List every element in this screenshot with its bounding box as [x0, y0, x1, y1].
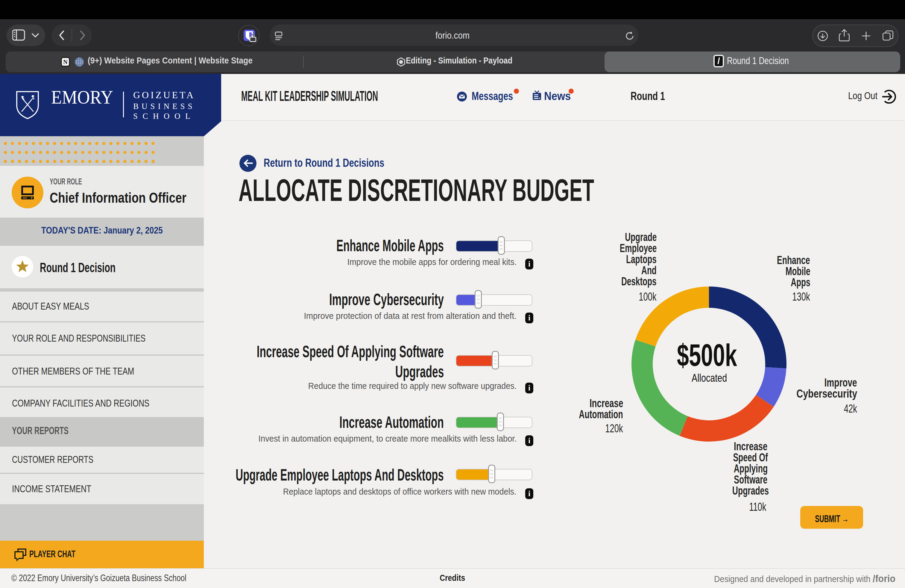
- svg-text:N: N: [63, 59, 68, 65]
